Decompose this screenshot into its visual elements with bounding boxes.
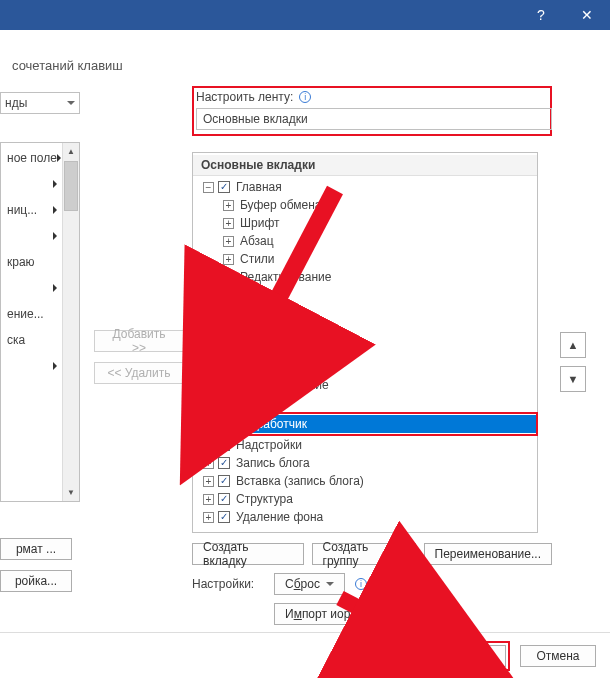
expand-icon[interactable]: + bbox=[203, 380, 214, 391]
submenu-icon bbox=[57, 154, 61, 162]
customize-ribbon-label: Настроить ленту: bbox=[196, 90, 293, 104]
info-icon[interactable]: i bbox=[355, 578, 367, 590]
import-export-button[interactable]: Импорт и орт bbox=[274, 603, 381, 625]
settings-label: Настройки: bbox=[192, 577, 266, 591]
submenu-icon bbox=[53, 206, 57, 214]
ribbon-tree[interactable]: Основные вкладки − ✓ Главная +Буфер обме… bbox=[192, 152, 538, 533]
expand-icon[interactable]: + bbox=[223, 218, 234, 229]
rename-button[interactable]: Переименование... bbox=[424, 543, 553, 565]
tree-node[interactable]: +✓Рецензирование bbox=[193, 376, 537, 394]
tree-node-developer[interactable]: +✓Разработчик bbox=[194, 415, 536, 433]
help-button[interactable]: ? bbox=[518, 0, 564, 30]
collapse-icon[interactable]: − bbox=[203, 182, 214, 193]
tree-node[interactable]: +Абзац bbox=[193, 232, 537, 250]
commands-listbox[interactable]: ное поле ниц... краю ение... ска ▲ ▼ bbox=[0, 142, 80, 502]
expand-icon[interactable]: + bbox=[203, 494, 214, 505]
new-group-button[interactable]: Создать группу bbox=[312, 543, 416, 565]
info-icon[interactable]: i bbox=[299, 91, 311, 103]
checkbox[interactable]: ✓ bbox=[218, 457, 230, 469]
left-column: нды ное поле ниц... краю ение... ска ▲ ▼… bbox=[0, 92, 80, 592]
checkbox[interactable]: ✓ bbox=[218, 325, 230, 337]
submenu-icon bbox=[53, 362, 57, 370]
tree-node-main[interactable]: − ✓ Главная bbox=[193, 178, 537, 196]
expand-icon[interactable]: + bbox=[223, 272, 234, 283]
right-column: Настроить ленту: i Основные вкладки Осно… bbox=[192, 86, 552, 625]
move-up-button[interactable]: ▲ bbox=[560, 332, 586, 358]
tree-node[interactable]: +Редактирование bbox=[193, 268, 537, 286]
checkbox[interactable]: ✓ bbox=[218, 181, 230, 193]
commands-combo-label: нды bbox=[5, 96, 27, 110]
expand-icon[interactable]: + bbox=[223, 254, 234, 265]
checkbox[interactable]: ✓ bbox=[218, 511, 230, 523]
titlebar: ? ✕ bbox=[0, 0, 610, 30]
tree-node[interactable]: +Стили bbox=[193, 250, 537, 268]
expand-icon[interactable]: + bbox=[204, 419, 215, 430]
checkbox[interactable]: ✓ bbox=[218, 493, 230, 505]
expand-icon[interactable]: + bbox=[203, 458, 214, 469]
new-tab-button[interactable]: Создать вкладку bbox=[192, 543, 304, 565]
chevron-down-icon bbox=[362, 612, 370, 616]
checkbox[interactable]: ✓ bbox=[218, 289, 230, 301]
submenu-icon bbox=[53, 180, 57, 188]
checkbox[interactable]: ✓ bbox=[218, 475, 230, 487]
expand-icon[interactable]: + bbox=[203, 476, 214, 487]
tree-node[interactable]: +✓Макет bbox=[193, 322, 537, 340]
add-button[interactable]: Добавить >> bbox=[94, 330, 184, 352]
expand-icon[interactable]: + bbox=[203, 362, 214, 373]
expand-icon[interactable]: + bbox=[203, 290, 214, 301]
tree-node[interactable]: +✓Вставка (запись блога) bbox=[193, 472, 537, 490]
reset-button[interactable]: Сброс bbox=[274, 573, 345, 595]
cancel-button[interactable]: Отмена bbox=[520, 645, 596, 667]
expand-icon[interactable]: + bbox=[203, 440, 214, 451]
tree-node[interactable]: +✓Ссылки bbox=[193, 340, 537, 358]
submenu-icon bbox=[53, 284, 57, 292]
checkbox[interactable]: ✓ bbox=[218, 379, 230, 391]
tree-header: Основные вкладки bbox=[193, 155, 537, 176]
reorder-buttons: ▲ ▼ bbox=[560, 332, 586, 392]
scroll-up-icon[interactable]: ▲ bbox=[63, 143, 79, 160]
ok-button[interactable]: OK bbox=[430, 645, 506, 667]
tree-node[interactable]: +Шрифт bbox=[193, 214, 537, 232]
expand-icon[interactable]: + bbox=[203, 512, 214, 523]
expand-icon[interactable]: + bbox=[203, 344, 214, 355]
checkbox[interactable]: ✓ bbox=[218, 397, 230, 409]
tree-node[interactable]: +Буфер обмена bbox=[193, 196, 537, 214]
tree-node-label: Главная bbox=[236, 180, 282, 194]
tree-actions: Создать вкладку Создать группу Переимено… bbox=[192, 543, 552, 625]
expand-icon[interactable]: + bbox=[203, 308, 214, 319]
info-icon[interactable]: i bbox=[391, 608, 403, 620]
checkbox[interactable]: ✓ bbox=[218, 361, 230, 373]
checkbox[interactable]: ✓ bbox=[218, 439, 230, 451]
ribbon-combo-value: Основные вкладки bbox=[203, 112, 308, 126]
tree-node[interactable]: +✓Надстройки bbox=[193, 436, 537, 454]
expand-icon[interactable]: + bbox=[203, 326, 214, 337]
scroll-thumb[interactable] bbox=[64, 161, 78, 211]
highlight-box-developer: +✓Разработчик bbox=[192, 412, 538, 436]
submenu-icon bbox=[53, 232, 57, 240]
scrollbar[interactable]: ▲ ▼ bbox=[62, 143, 79, 501]
dialog-footer: OK Отмена bbox=[0, 632, 610, 678]
ribbon-combo[interactable]: Основные вкладки bbox=[196, 108, 552, 130]
tree-node[interactable]: +✓Рассылки bbox=[193, 358, 537, 376]
highlight-box-combo: Настроить ленту: i Основные вкладки bbox=[192, 86, 552, 136]
checkbox[interactable]: ✓ bbox=[219, 418, 231, 430]
commands-combo[interactable]: нды bbox=[0, 92, 80, 114]
remove-button[interactable]: << Удалить bbox=[94, 362, 184, 384]
checkbox[interactable]: ✓ bbox=[218, 307, 230, 319]
expand-icon[interactable]: + bbox=[223, 236, 234, 247]
move-down-button[interactable]: ▼ bbox=[560, 366, 586, 392]
tree-node[interactable]: +✓Запись блога bbox=[193, 454, 537, 472]
tree-node[interactable]: +✓Вид bbox=[193, 394, 537, 412]
tree-node[interactable]: +✓Удаление фона bbox=[193, 508, 537, 526]
scroll-down-icon[interactable]: ▼ bbox=[63, 484, 79, 501]
setup-button[interactable]: ройка... bbox=[0, 570, 72, 592]
transfer-buttons: Добавить >> << Удалить bbox=[94, 330, 184, 384]
tree-node[interactable]: +✓Дизайн bbox=[193, 304, 537, 322]
close-button[interactable]: ✕ bbox=[564, 0, 610, 30]
tree-node[interactable]: +✓Вставка bbox=[193, 286, 537, 304]
expand-icon[interactable]: + bbox=[223, 200, 234, 211]
format-button[interactable]: рмат ... bbox=[0, 538, 72, 560]
checkbox[interactable]: ✓ bbox=[218, 343, 230, 355]
tree-node[interactable]: +✓Структура bbox=[193, 490, 537, 508]
expand-icon[interactable]: + bbox=[203, 398, 214, 409]
